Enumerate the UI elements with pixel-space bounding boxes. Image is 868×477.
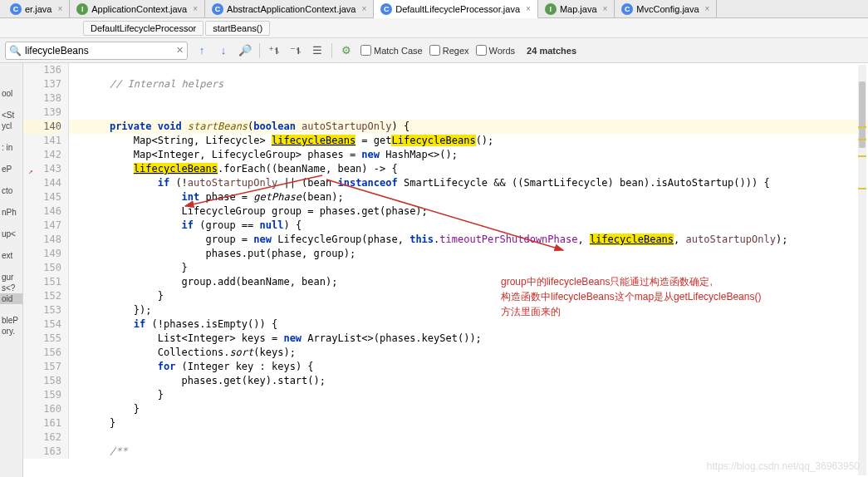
line-number[interactable]: 143↗ bbox=[23, 162, 61, 176]
line-number[interactable]: 161 bbox=[23, 416, 61, 430]
code-line[interactable]: lifecycleBeans.forEach((beanName, bean) … bbox=[69, 162, 868, 176]
breadcrumb-item[interactable]: DefaultLifecycleProcessor bbox=[83, 21, 204, 36]
editor-tab[interactable]: IMap.java× bbox=[538, 0, 615, 17]
code-line[interactable]: private void startBeans(boolean autoStar… bbox=[69, 120, 868, 134]
structure-item[interactable] bbox=[0, 66, 22, 77]
line-number[interactable]: 137 bbox=[23, 77, 61, 91]
gutter-marker-icon[interactable]: ↗ bbox=[25, 164, 33, 172]
code-line[interactable]: } bbox=[69, 261, 868, 275]
close-tab-icon[interactable]: × bbox=[526, 4, 531, 13]
clear-search-icon[interactable]: ✕ bbox=[176, 45, 184, 56]
structure-item[interactable] bbox=[0, 218, 22, 229]
structure-item[interactable]: ory. bbox=[0, 326, 22, 337]
line-number[interactable]: 142 bbox=[23, 148, 61, 162]
select-all-icon[interactable]: ☰ bbox=[310, 43, 325, 58]
code-line[interactable]: /** bbox=[69, 445, 868, 459]
structure-item[interactable] bbox=[0, 239, 22, 250]
line-number[interactable]: 139 bbox=[23, 106, 61, 120]
structure-item[interactable]: up< bbox=[0, 229, 22, 239]
code-line[interactable]: // Internal helpers bbox=[69, 77, 868, 91]
code-line[interactable]: int phase = getPhase(bean); bbox=[69, 190, 868, 204]
line-number[interactable]: 153 bbox=[23, 303, 61, 317]
line-number[interactable]: 160 bbox=[23, 402, 61, 416]
prev-match-icon[interactable]: ↑ bbox=[194, 43, 209, 58]
line-number[interactable]: 150 bbox=[23, 261, 61, 275]
structure-item[interactable]: gur bbox=[0, 272, 22, 283]
structure-pane[interactable]: ool<Stycl: inePctonPhup<extgurs<?oidbleP… bbox=[0, 63, 23, 477]
structure-item[interactable]: ool bbox=[0, 88, 22, 99]
line-number[interactable]: 144 bbox=[23, 176, 61, 190]
close-tab-icon[interactable]: × bbox=[361, 4, 366, 13]
line-number[interactable]: 146 bbox=[23, 204, 61, 219]
close-tab-icon[interactable]: × bbox=[603, 4, 608, 13]
code-editor[interactable]: 136137138139140141142143↗144145146147148… bbox=[23, 63, 868, 477]
code-line[interactable]: if (!phases.isEmpty()) { bbox=[69, 317, 868, 332]
next-match-icon[interactable]: ↓ bbox=[216, 43, 231, 58]
line-number[interactable]: 154 bbox=[23, 317, 61, 332]
code-line[interactable]: List<Integer> keys = new ArrayList<>(pha… bbox=[69, 332, 868, 346]
editor-tab[interactable]: Cer.java× bbox=[3, 0, 70, 17]
structure-item[interactable]: oid bbox=[0, 293, 22, 304]
structure-item[interactable]: cto bbox=[0, 185, 22, 196]
words-checkbox[interactable]: Words bbox=[476, 45, 516, 56]
gutter[interactable]: 136137138139140141142143↗144145146147148… bbox=[23, 63, 69, 459]
vertical-scrollbar[interactable] bbox=[858, 65, 866, 475]
line-number[interactable]: 162 bbox=[23, 430, 61, 445]
code-line[interactable] bbox=[69, 63, 868, 77]
settings-icon[interactable]: ⚙ bbox=[339, 43, 354, 58]
remove-selection-icon[interactable]: ⁻⫮ bbox=[288, 43, 303, 58]
structure-item[interactable] bbox=[0, 77, 22, 88]
line-number[interactable]: 158 bbox=[23, 374, 61, 388]
structure-item[interactable] bbox=[0, 196, 22, 207]
line-number[interactable]: 138 bbox=[23, 91, 61, 106]
line-number[interactable]: 151 bbox=[23, 275, 61, 289]
structure-item[interactable] bbox=[0, 175, 22, 185]
structure-item[interactable] bbox=[0, 99, 22, 110]
structure-item[interactable]: bleP bbox=[0, 315, 22, 326]
line-number[interactable]: 157 bbox=[23, 360, 61, 374]
line-number[interactable]: 152 bbox=[23, 289, 61, 303]
structure-item[interactable] bbox=[0, 131, 22, 142]
code-line[interactable]: Collections.sort(keys); bbox=[69, 346, 868, 360]
code-line[interactable]: phases.put(phase, group); bbox=[69, 247, 868, 261]
code-line[interactable]: group = new LifecycleGroup(phase, this.t… bbox=[69, 233, 868, 247]
line-number[interactable]: 145 bbox=[23, 190, 61, 204]
line-number[interactable]: 155 bbox=[23, 332, 61, 346]
structure-item[interactable]: <St bbox=[0, 110, 22, 120]
structure-item[interactable]: eP bbox=[0, 164, 22, 175]
code-line[interactable]: LifecycleGroup group = phases.get(phase)… bbox=[69, 204, 868, 219]
line-number[interactable]: 148 bbox=[23, 233, 61, 247]
code-line[interactable]: } bbox=[69, 402, 868, 416]
line-number[interactable]: 140 bbox=[23, 120, 61, 134]
line-number[interactable]: 136 bbox=[23, 63, 61, 77]
code-line[interactable]: } bbox=[69, 388, 868, 402]
add-selection-icon[interactable]: ⁺⫮ bbox=[267, 43, 282, 58]
code-line[interactable] bbox=[69, 91, 868, 106]
line-number[interactable]: 159 bbox=[23, 388, 61, 402]
structure-item[interactable]: nPh bbox=[0, 207, 22, 218]
structure-item[interactable] bbox=[0, 153, 22, 164]
code-line[interactable]: if (group == null) { bbox=[69, 219, 868, 233]
close-tab-icon[interactable]: × bbox=[57, 4, 62, 13]
code-line[interactable]: Map<String, Lifecycle> lifecycleBeans = … bbox=[69, 134, 868, 148]
structure-item[interactable]: ext bbox=[0, 250, 22, 261]
close-tab-icon[interactable]: × bbox=[193, 4, 198, 13]
structure-item[interactable] bbox=[0, 261, 22, 272]
line-number[interactable]: 163 bbox=[23, 445, 61, 459]
line-number[interactable]: 141 bbox=[23, 134, 61, 148]
close-tab-icon[interactable]: × bbox=[705, 4, 710, 13]
code-line[interactable]: for (Integer key : keys) { bbox=[69, 360, 868, 374]
structure-item[interactable]: s<? bbox=[0, 283, 22, 293]
filter-icon[interactable]: 🔎 bbox=[238, 43, 253, 58]
match-case-checkbox[interactable]: Match Case bbox=[360, 45, 423, 56]
editor-tab[interactable]: IApplicationContext.java× bbox=[70, 0, 205, 17]
code-area[interactable]: // Internal helpers private void startBe… bbox=[69, 63, 868, 459]
structure-item[interactable] bbox=[0, 337, 22, 347]
structure-item[interactable] bbox=[0, 304, 22, 315]
code-line[interactable]: phases.get(key).start(); bbox=[69, 374, 868, 388]
line-number[interactable]: 156 bbox=[23, 346, 61, 360]
breadcrumb-item[interactable]: startBeans() bbox=[205, 21, 270, 36]
line-number[interactable]: 147 bbox=[23, 219, 61, 233]
editor-tab[interactable]: CMvcConfig.java× bbox=[615, 0, 717, 17]
regex-checkbox[interactable]: Regex bbox=[429, 45, 469, 56]
